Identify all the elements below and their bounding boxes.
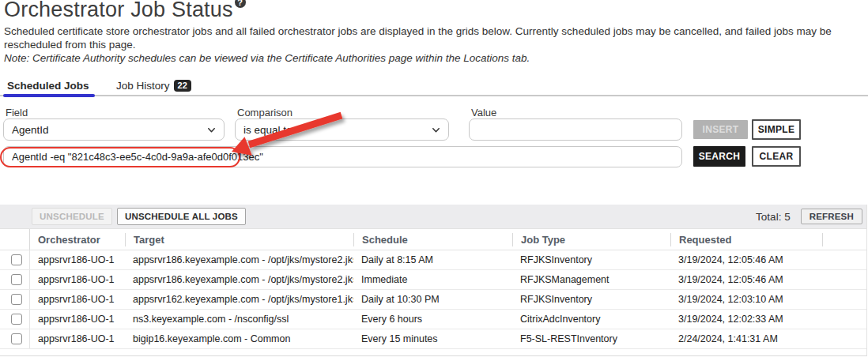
cell-job-type: RFJKSManagement [512, 274, 670, 285]
orchestrator-job-status-page: Orchestrator Job Status? Scheduled certi… [0, 0, 868, 361]
table-row: appsrvr186-UO-1 appsrvr186.keyexample.co… [0, 250, 866, 270]
cell-requested: 3/19/2024, 12:02:33 AM [670, 314, 822, 325]
cell-schedule: Every 15 minutes [353, 333, 512, 344]
total-count: Total: 5 [756, 211, 791, 223]
cell-schedule: Daily at 10:30 PM [353, 294, 512, 305]
cell-orchestrator: appsrvr186-UO-1 [30, 294, 125, 305]
cell-schedule: Daily at 8:15 AM [353, 254, 512, 265]
page-title: Orchestrator Job Status? [4, 0, 246, 22]
column-header-orchestrator[interactable]: Orchestrator [30, 233, 125, 246]
help-icon[interactable]: ? [235, 0, 246, 8]
tab-scheduled-jobs[interactable]: Scheduled Jobs [7, 76, 89, 92]
unschedule-all-jobs-button[interactable]: UNSCHEDULE ALL JOBS [117, 208, 246, 225]
cell-job-type: RFJKSInventory [512, 294, 670, 305]
query-input[interactable] [3, 146, 682, 167]
cell-requested: 3/19/2024, 12:05:46 AM [670, 254, 822, 265]
value-input[interactable] [469, 118, 682, 141]
cell-target: appsrvr186.keyexample.com - /opt/jks/mys… [125, 254, 353, 265]
cell-target: appsrvr162.keyexample.com - /opt/jks/mys… [125, 294, 353, 305]
value-label: Value [471, 107, 496, 118]
row-checkbox[interactable] [11, 333, 22, 344]
unschedule-button: UNSCHEDULE [32, 208, 112, 225]
header-checkbox-column [0, 229, 30, 250]
comparison-label: Comparison [237, 107, 292, 118]
page-description: Scheduled certificate store orchestrator… [4, 24, 856, 51]
cell-target: bigip16.keyexample.com - Common [125, 333, 353, 344]
table-header-row: Orchestrator Target Schedule Job Type Re… [0, 229, 866, 250]
clear-button[interactable]: CLEAR [752, 146, 801, 167]
tab-job-history[interactable]: Job History22 [116, 76, 191, 92]
cell-job-type: CitrixAdcInventory [512, 314, 670, 325]
cell-job-type: RFJKSInventory [512, 254, 670, 265]
refresh-button[interactable]: REFRESH [801, 209, 862, 224]
chevron-down-icon [432, 126, 440, 134]
cell-orchestrator: appsrvr186-UO-1 [30, 274, 125, 285]
row-checkbox[interactable] [11, 274, 22, 285]
insert-button: INSERT [693, 120, 748, 139]
cell-schedule: Every 6 hours [353, 314, 512, 325]
job-history-count-badge: 22 [174, 80, 191, 92]
row-checkbox[interactable] [11, 254, 22, 265]
cell-orchestrator: appsrvr186-UO-1 [30, 314, 125, 325]
field-select[interactable]: AgentId [3, 118, 225, 141]
cell-job-type: F5-SL-RESTInventory [512, 333, 670, 344]
column-header-target[interactable]: Target [125, 233, 353, 246]
row-checkbox[interactable] [11, 314, 22, 325]
cell-orchestrator: appsrvr186-UO-1 [30, 333, 125, 344]
cell-requested: 3/19/2024, 12:03:10 AM [670, 294, 822, 305]
page-note: Note: Certificate Authority schedules ca… [4, 52, 856, 64]
search-button[interactable]: SEARCH [693, 146, 745, 167]
row-checkbox[interactable] [11, 294, 22, 305]
column-header-requested[interactable]: Requested [670, 233, 822, 246]
chevron-down-icon [207, 126, 216, 134]
tab-bar: Scheduled Jobs Job History22 [0, 76, 868, 96]
table-row: appsrvr186-UO-1 ns3.keyexample.com - /ns… [0, 310, 866, 329]
column-header-job-type[interactable]: Job Type [512, 233, 670, 246]
field-label: Field [6, 107, 28, 118]
table-row: appsrvr186-UO-1 appsrvr186.keyexample.co… [0, 270, 866, 290]
table-row: appsrvr186-UO-1 appsrvr162.keyexample.co… [0, 290, 866, 310]
cell-target: appsrvr186.keyexample.com - /opt/jks/mys… [125, 274, 353, 285]
grid-toolbar: UNSCHEDULE UNSCHEDULE ALL JOBS Total: 5 … [0, 205, 866, 229]
column-header-schedule[interactable]: Schedule [353, 233, 512, 246]
cell-orchestrator: appsrvr186-UO-1 [30, 254, 125, 265]
cell-schedule: Immediate [353, 274, 512, 285]
cell-requested: 2/24/2024, 1:41:31 AM [670, 333, 822, 344]
cell-requested: 3/19/2024, 12:05:46 AM [670, 274, 822, 285]
scheduled-jobs-grid: UNSCHEDULE UNSCHEDULE ALL JOBS Total: 5 … [0, 205, 867, 356]
table-row: appsrvr186-UO-1 bigip16.keyexample.com -… [0, 329, 866, 349]
comparison-select[interactable]: is equal to [235, 118, 449, 141]
cell-target: ns3.keyexample.com - /nsconfig/ssl [125, 314, 353, 325]
simple-button[interactable]: SIMPLE [752, 119, 801, 140]
